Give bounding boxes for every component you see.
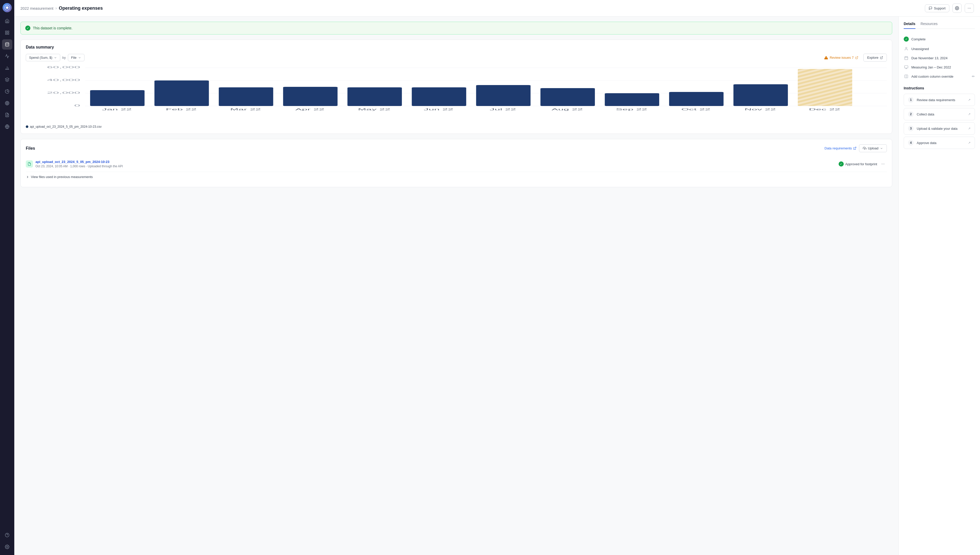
svg-point-1 — [6, 6, 8, 9]
chevron-down-icon — [54, 56, 57, 59]
svg-point-21 — [6, 546, 8, 548]
spend-select[interactable]: Spend (Sum, $) — [26, 54, 60, 61]
chart-left-controls: Spend (Sum, $) by File — [26, 54, 85, 61]
breadcrumb-separator: › — [55, 6, 57, 10]
breadcrumb: 2022 measurement › Operating expenses — [21, 6, 103, 11]
view-previous-label: View files used in previous measurements — [31, 175, 93, 179]
chart-controls: Spend (Sum, $) by File — [26, 54, 887, 61]
svg-rect-49 — [476, 85, 531, 106]
external-link-icon-4: ↗ — [968, 98, 970, 102]
svg-text:Jan 22: Jan 22 — [102, 108, 132, 111]
header: 2022 measurement › Operating expenses Su… — [14, 0, 980, 17]
instruction-1[interactable]: 1 Review data requirements ↗ — [904, 94, 975, 106]
settings-button[interactable] — [953, 3, 962, 13]
instruction-label-1: Review data requirements — [917, 98, 955, 102]
data-summary-card: Data summary Spend (Sum, $) by File — [21, 40, 892, 134]
due-date-label: Due November 13, 2024 — [911, 56, 948, 60]
files-card: Files Data requirements Upload — [21, 139, 892, 187]
svg-text:Sep 22: Sep 22 — [616, 108, 647, 111]
svg-text:20,000: 20,000 — [47, 91, 80, 94]
instruction-4[interactable]: 4 Approve data ↗ — [904, 136, 975, 149]
upload-label: Upload — [868, 146, 878, 150]
svg-text:Jun 22: Jun 22 — [424, 108, 453, 111]
instruction-2[interactable]: 2 Collect data ↗ — [904, 108, 975, 120]
edit-icon[interactable]: ✏ — [972, 74, 975, 79]
svg-point-12 — [5, 101, 9, 105]
data-summary-title: Data summary — [26, 45, 887, 50]
file-status: ✓ Approved for footprint ··· — [839, 160, 887, 168]
home-icon[interactable] — [2, 16, 12, 26]
panel-tabs: Details Resources — [904, 22, 975, 29]
instructions-title: Instructions — [904, 86, 975, 90]
files-header: Files Data requirements Upload — [26, 144, 887, 152]
bar-chart-icon[interactable] — [2, 63, 12, 73]
svg-point-63 — [905, 47, 907, 48]
svg-line-25 — [857, 56, 858, 58]
help-icon[interactable] — [2, 530, 12, 540]
target-icon[interactable] — [2, 98, 12, 108]
breadcrumb-parent[interactable]: 2022 measurement — [21, 6, 53, 10]
spend-label: Spend (Sum, $) — [29, 56, 52, 59]
svg-rect-2 — [5, 31, 6, 32]
svg-text:Feb 22: Feb 22 — [166, 108, 197, 111]
instruction-num-2: 2 — [908, 111, 914, 117]
more-button[interactable]: ··· — [965, 3, 974, 13]
activity-icon[interactable] — [2, 51, 12, 61]
success-alert: ✓ This dataset is complete. — [21, 22, 892, 34]
view-previous-button[interactable]: View files used in previous measurements — [26, 172, 887, 182]
support-button[interactable]: Support — [925, 4, 950, 12]
svg-rect-4 — [5, 33, 6, 34]
svg-rect-64 — [905, 57, 908, 60]
unassigned-label: Unassigned — [911, 47, 929, 51]
svg-point-14 — [7, 103, 8, 104]
svg-point-13 — [6, 102, 8, 104]
svg-rect-68 — [905, 66, 908, 68]
chart-container: 60,000 40,000 20,000 0 Jan 22 — [26, 66, 887, 122]
alert-check-icon: ✓ — [25, 26, 30, 30]
header-actions: Support ··· — [925, 3, 974, 13]
tab-details[interactable]: Details — [904, 22, 915, 29]
person-icon — [904, 47, 909, 51]
data-requirements-button[interactable]: Data requirements — [825, 146, 857, 150]
file-select[interactable]: File — [68, 54, 85, 61]
legend-dot — [26, 125, 28, 128]
explore-button[interactable]: Explore — [863, 54, 887, 61]
file-text-icon[interactable] — [2, 110, 12, 120]
instruction-3[interactable]: 3 Upload & validate your data ↗ — [904, 122, 975, 135]
tab-resources[interactable]: Resources — [921, 22, 938, 29]
svg-point-6 — [5, 43, 9, 44]
file-more-button[interactable]: ··· — [879, 160, 887, 168]
settings-icon[interactable] — [2, 542, 12, 552]
svg-rect-37 — [90, 90, 144, 106]
svg-point-22 — [956, 8, 958, 9]
file-details: api_upload_oct_23_2024_5_05_pm_2024-10-2… — [35, 160, 123, 168]
file-name[interactable]: api_upload_oct_23_2024_5_05_pm_2024-10-2… — [35, 160, 123, 164]
svg-text:Oct 22: Oct 22 — [681, 108, 710, 111]
instruction-label-2: Collect data — [917, 112, 934, 116]
warning-icon — [824, 56, 828, 60]
svg-text:40,000: 40,000 — [47, 79, 80, 82]
data-icon[interactable] — [2, 39, 12, 50]
globe-icon[interactable] — [2, 122, 12, 132]
columns-icon — [904, 74, 909, 79]
svg-line-61 — [854, 147, 856, 149]
svg-rect-43 — [283, 87, 337, 106]
external-link-icon-6: ↗ — [968, 127, 970, 130]
main-container: 2022 measurement › Operating expenses Su… — [14, 0, 980, 555]
custom-column-label: Add custom column override — [911, 75, 953, 79]
app-logo[interactable] — [3, 3, 12, 12]
legend-label: api_upload_oct_23_2024_5_05_pm_2024-10-2… — [30, 125, 102, 128]
content-area: ✓ This dataset is complete. Data summary… — [14, 17, 980, 555]
layers-icon[interactable] — [2, 75, 12, 85]
bar-chart: 60,000 40,000 20,000 0 Jan 22 — [26, 66, 887, 122]
upload-icon — [863, 147, 866, 150]
instruction-num-4: 4 — [908, 140, 914, 146]
review-issues-button[interactable]: Review issues 7 — [822, 54, 861, 61]
upload-button[interactable]: Upload — [859, 144, 887, 152]
by-label: by — [62, 56, 66, 59]
chevron-down-icon-3 — [880, 147, 883, 150]
grid-icon[interactable] — [2, 27, 12, 38]
svg-text:May 22: May 22 — [358, 108, 390, 111]
pie-chart-icon[interactable] — [2, 86, 12, 96]
alert-message: This dataset is complete. — [33, 26, 72, 30]
